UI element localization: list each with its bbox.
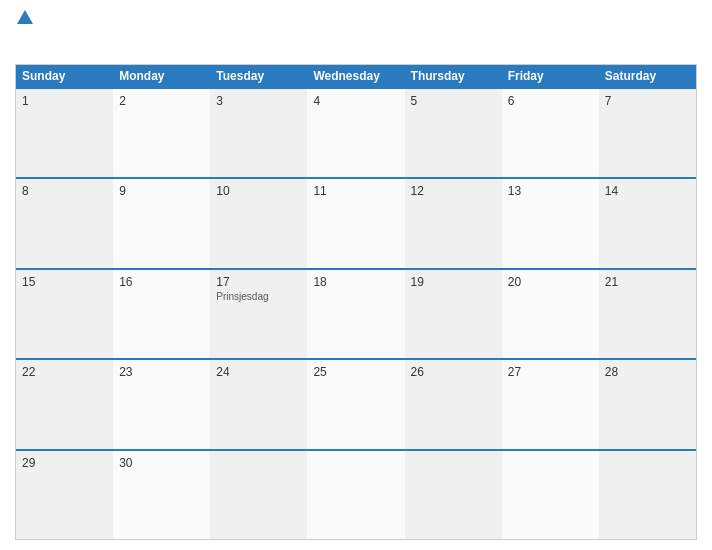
calendar-cell bbox=[307, 451, 404, 539]
day-number: 17 bbox=[216, 275, 301, 289]
calendar-cell: 5 bbox=[405, 89, 502, 177]
header-day-wednesday: Wednesday bbox=[307, 65, 404, 87]
calendar-cell: 30 bbox=[113, 451, 210, 539]
day-number: 14 bbox=[605, 184, 690, 198]
day-number: 16 bbox=[119, 275, 204, 289]
day-number: 5 bbox=[411, 94, 496, 108]
calendar-page: SundayMondayTuesdayWednesdayThursdayFrid… bbox=[0, 0, 712, 550]
calendar-cell: 29 bbox=[16, 451, 113, 539]
header-day-saturday: Saturday bbox=[599, 65, 696, 87]
calendar-cell: 4 bbox=[307, 89, 404, 177]
header-day-monday: Monday bbox=[113, 65, 210, 87]
day-number: 8 bbox=[22, 184, 107, 198]
day-number: 22 bbox=[22, 365, 107, 379]
calendar-cell: 20 bbox=[502, 270, 599, 358]
header bbox=[15, 10, 697, 58]
calendar-week-4: 22232425262728 bbox=[16, 358, 696, 448]
header-day-tuesday: Tuesday bbox=[210, 65, 307, 87]
calendar-cell: 14 bbox=[599, 179, 696, 267]
day-number: 24 bbox=[216, 365, 301, 379]
calendar-cell: 27 bbox=[502, 360, 599, 448]
calendar-grid: SundayMondayTuesdayWednesdayThursdayFrid… bbox=[15, 64, 697, 540]
calendar-cell: 13 bbox=[502, 179, 599, 267]
day-number: 20 bbox=[508, 275, 593, 289]
day-number: 30 bbox=[119, 456, 204, 470]
calendar-cell bbox=[599, 451, 696, 539]
day-number: 6 bbox=[508, 94, 593, 108]
day-number: 29 bbox=[22, 456, 107, 470]
calendar-cell: 28 bbox=[599, 360, 696, 448]
day-number: 25 bbox=[313, 365, 398, 379]
calendar-cell: 7 bbox=[599, 89, 696, 177]
calendar-cell: 16 bbox=[113, 270, 210, 358]
day-number: 18 bbox=[313, 275, 398, 289]
day-number: 7 bbox=[605, 94, 690, 108]
day-number: 15 bbox=[22, 275, 107, 289]
calendar-cell: 22 bbox=[16, 360, 113, 448]
calendar-cell: 2 bbox=[113, 89, 210, 177]
calendar-cell: 8 bbox=[16, 179, 113, 267]
day-number: 2 bbox=[119, 94, 204, 108]
day-number: 9 bbox=[119, 184, 204, 198]
header-day-friday: Friday bbox=[502, 65, 599, 87]
header-day-sunday: Sunday bbox=[16, 65, 113, 87]
day-number: 3 bbox=[216, 94, 301, 108]
calendar-header: SundayMondayTuesdayWednesdayThursdayFrid… bbox=[16, 65, 696, 87]
calendar-cell bbox=[210, 451, 307, 539]
day-number: 12 bbox=[411, 184, 496, 198]
day-number: 1 bbox=[22, 94, 107, 108]
calendar-cell: 15 bbox=[16, 270, 113, 358]
calendar-body: 1234567891011121314151617Prinsjesdag1819… bbox=[16, 87, 696, 539]
calendar-cell: 9 bbox=[113, 179, 210, 267]
calendar-cell: 10 bbox=[210, 179, 307, 267]
day-number: 10 bbox=[216, 184, 301, 198]
calendar-cell: 24 bbox=[210, 360, 307, 448]
calendar-week-3: 151617Prinsjesdag18192021 bbox=[16, 268, 696, 358]
day-number: 27 bbox=[508, 365, 593, 379]
logo bbox=[15, 10, 33, 25]
calendar-week-1: 1234567 bbox=[16, 87, 696, 177]
calendar-cell: 21 bbox=[599, 270, 696, 358]
calendar-cell: 17Prinsjesdag bbox=[210, 270, 307, 358]
calendar-cell: 12 bbox=[405, 179, 502, 267]
calendar-week-2: 891011121314 bbox=[16, 177, 696, 267]
holiday-label: Prinsjesdag bbox=[216, 291, 301, 302]
calendar-cell: 3 bbox=[210, 89, 307, 177]
logo-triangle-icon bbox=[17, 10, 33, 24]
day-number: 11 bbox=[313, 184, 398, 198]
calendar-week-5: 2930 bbox=[16, 449, 696, 539]
day-number: 26 bbox=[411, 365, 496, 379]
calendar-cell: 1 bbox=[16, 89, 113, 177]
day-number: 19 bbox=[411, 275, 496, 289]
day-number: 21 bbox=[605, 275, 690, 289]
calendar-cell: 26 bbox=[405, 360, 502, 448]
calendar-cell bbox=[502, 451, 599, 539]
header-day-thursday: Thursday bbox=[405, 65, 502, 87]
calendar-cell: 25 bbox=[307, 360, 404, 448]
calendar-cell: 19 bbox=[405, 270, 502, 358]
day-number: 13 bbox=[508, 184, 593, 198]
calendar-cell: 6 bbox=[502, 89, 599, 177]
calendar-cell bbox=[405, 451, 502, 539]
logo-blue-text bbox=[15, 10, 33, 25]
calendar-cell: 18 bbox=[307, 270, 404, 358]
day-number: 4 bbox=[313, 94, 398, 108]
day-number: 28 bbox=[605, 365, 690, 379]
day-number: 23 bbox=[119, 365, 204, 379]
calendar-cell: 23 bbox=[113, 360, 210, 448]
calendar-cell: 11 bbox=[307, 179, 404, 267]
